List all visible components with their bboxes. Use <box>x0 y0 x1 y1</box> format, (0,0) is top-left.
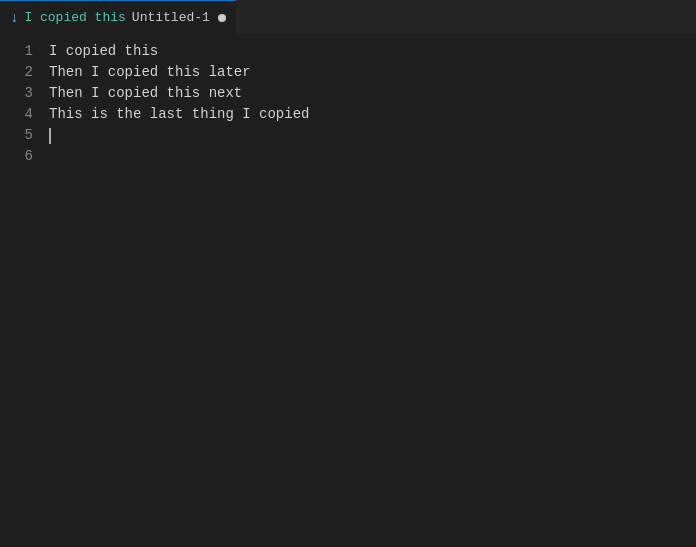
line-number-6: 6 <box>8 146 33 167</box>
code-line-1: I copied this <box>49 41 696 62</box>
line-number-4: 4 <box>8 104 33 125</box>
code-line-3: Then I copied this next <box>49 83 696 104</box>
line-number-5: 5 <box>8 125 33 146</box>
tab-modified-dot <box>218 14 226 22</box>
tab-icon: ↓ <box>10 10 18 26</box>
line-3-text: Then I copied this next <box>49 83 242 104</box>
code-line-4: This is the last thing I copied <box>49 104 696 125</box>
line-number-1: 1 <box>8 41 33 62</box>
line-numbers: 1 2 3 4 5 6 <box>0 41 45 547</box>
code-line-6 <box>49 146 696 167</box>
line-1-text: I copied this <box>49 41 158 62</box>
line-4-text: This is the last thing I copied <box>49 104 309 125</box>
code-line-2: Then I copied this later <box>49 62 696 83</box>
editor-area[interactable]: 1 2 3 4 5 6 I copied this Then I copied … <box>0 35 696 547</box>
line-number-3: 3 <box>8 83 33 104</box>
cursor <box>49 128 51 144</box>
code-content[interactable]: I copied this Then I copied this later T… <box>45 41 696 547</box>
code-line-5 <box>49 125 696 146</box>
active-tab[interactable]: ↓ I copied this Untitled-1 <box>0 0 236 34</box>
tab-filename: Untitled-1 <box>132 10 210 25</box>
line-number-2: 2 <box>8 62 33 83</box>
tab-active-text: I copied this <box>24 10 125 25</box>
tab-bar: ↓ I copied this Untitled-1 <box>0 0 696 35</box>
line-2-text: Then I copied this later <box>49 62 251 83</box>
